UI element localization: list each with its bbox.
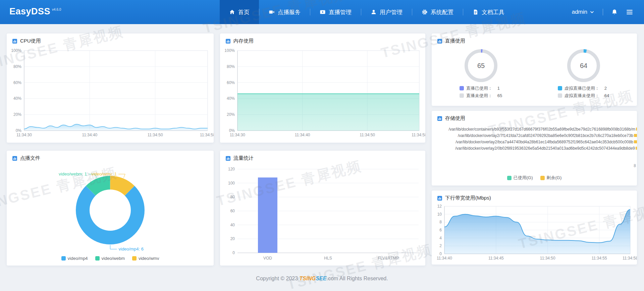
svg-text:60%: 60% [227,80,235,85]
legend-row: 直播已使用：1 [460,85,502,91]
svg-text:video/mp4: 6: video/mp4: 6 [119,246,144,251]
svg-text:11:34:40: 11:34:40 [437,256,452,261]
card-header: 存储使用 [432,111,637,123]
svg-text:40%: 40% [227,96,235,101]
nav-item-label: 用户管理 [380,8,402,16]
legend-label: video/wmv [139,256,159,261]
legend-item-free[interactable]: 剩余(G) [540,175,562,181]
svg-text:40%: 40% [13,96,21,101]
svg-text:VOD: VOD [263,256,272,261]
brand-version: v4.6.0 [52,8,61,11]
user-icon [371,9,377,15]
nav-item-label: 系统配置 [431,8,453,16]
svg-text:8: 8 [439,220,442,224]
svg-text:100: 100 [228,181,235,186]
storage-usage-card: 存储使用 /var/lib/docker/containers/b93f553f… [432,111,637,186]
legend-value: 1 [497,85,500,91]
legend-label: video/mp4 [68,256,88,261]
svg-text:0: 0 [232,250,235,255]
svg-text:60%: 60% [13,80,21,85]
nav-item-label: 直播管理 [329,8,352,16]
nav-item-doc-tools[interactable]: 文档工具 [463,0,514,24]
storage-bar-clipped [634,140,637,143]
svg-text:6: 6 [439,228,442,232]
cpu-usage-chart: 0%20%40%60%80%100%11:34:3011:34:4011:34:… [7,46,214,143]
storage-path: /var/lib/docker/overlay2/bca7a44740bd4a2… [455,140,633,144]
legend-label: 直播未使用： [466,92,492,99]
vod-files-donut-chart: video/mp4: 6video/webm: 1video/wmv: 1 [7,163,214,256]
chart-icon [12,156,17,161]
legend-color [507,176,512,180]
card-header: 内存使用 [220,33,425,46]
svg-text:20%: 20% [13,112,21,117]
legend-color [132,256,137,261]
legend-color [558,93,562,98]
card-title: CPU使用 [20,38,41,44]
nav-item-label: 点播服务 [278,8,301,16]
legend-value: 64 [604,92,609,99]
storage-path-list: /var/lib/docker/containers/b93f553f27d16… [432,123,637,175]
copyright-text: Copyright © 2023 [256,276,299,281]
legend-label: 已使用(G) [514,175,533,181]
document-icon [473,9,479,15]
video-camera-icon [269,9,275,15]
svg-text:11:34:45: 11:34:45 [488,256,504,261]
chevron-down-icon [589,9,595,15]
legend-row: 虚拟直播已使用：2 [558,85,609,91]
copyright-text: .com All Rights Reserved. [326,276,388,281]
nav-item-vod-service[interactable]: 点播服务 [259,0,310,24]
menu-icon[interactable] [626,8,633,16]
nav-item-label: 首页 [238,8,250,16]
svg-text:4: 4 [439,236,442,240]
chart-legend: 已使用(G) 剩余(G) [432,175,637,186]
legend-value: 2 [604,85,607,91]
legend-item-webm[interactable]: video/webm [95,256,125,261]
user-menu[interactable]: admin [572,9,595,15]
nav-item-system-config[interactable]: 系统配置 [412,0,463,24]
legend-row: 直播未使用：65 [460,92,502,99]
clipped-axis-label: 8 [634,163,636,168]
virtual-live-gauge: 64 虚拟直播已使用：2 虚拟直播未使用：64 [558,47,609,99]
legend-item-used[interactable]: 已使用(G) [507,175,533,181]
svg-text:11:34:50: 11:34:50 [540,256,555,261]
gauge-legend: 虚拟直播已使用：2 虚拟直播未使用：64 [558,85,609,99]
storage-path: /var/lib/docker/overlay2/0b02f8919536326… [455,146,635,151]
svg-text:40: 40 [230,223,235,227]
brand-logo[interactable]: EasyDSS v4.6.0 [0,0,220,24]
svg-text:20: 20 [230,236,235,241]
nav-item-live-management[interactable]: 直播管理 [310,0,361,24]
live-gauge-ring: 65 [463,47,499,84]
divider [603,9,603,15]
storage-bar-clipped [634,134,637,137]
svg-text:11:34:30: 11:34:30 [16,133,32,137]
nav-item-label: 文档工具 [482,8,504,16]
legend-label: 虚拟直播已使用： [565,85,599,91]
svg-text:12: 12 [437,204,442,209]
card-title: 内存使用 [233,38,254,44]
svg-text:0%: 0% [229,128,235,133]
card-title: 存储使用 [445,115,465,122]
legend-color [540,176,545,180]
svg-text:60: 60 [230,209,235,213]
svg-text:video/webm: 1: video/webm: 1 [59,171,87,176]
nav-item-home[interactable]: 首页 [220,0,259,24]
traffic-stats-card: 流量统计 020406080100120VODHLSFLV&RTMP [220,151,425,266]
svg-text:video/wmv: 1: video/wmv: 1 [91,171,117,176]
legend-item-wmv[interactable]: video/wmv [132,256,159,261]
svg-text:11:34:50: 11:34:50 [360,133,375,137]
card-header: 点播文件 [7,151,214,163]
svg-text:11:34:58: 11:34:58 [200,133,214,137]
home-icon [229,9,235,15]
nav-item-user-management[interactable]: 用户管理 [361,0,412,24]
legend-row: 虚拟直播未使用：64 [558,92,609,99]
legend-color [558,86,562,90]
legend-item-mp4[interactable]: video/mp4 [61,256,88,261]
storage-path: /var/lib/docker/containers/b93f553f27d16… [449,127,635,132]
svg-text:11:34:30: 11:34:30 [230,133,245,137]
traffic-bar-chart: 020406080100120VODHLSFLV&RTMP [220,163,425,266]
legend-color [61,256,66,261]
notification-bell-icon[interactable] [611,9,618,15]
svg-text:11:34:58: 11:34:58 [412,133,425,137]
svg-text:0: 0 [439,251,442,256]
card-header: 流量统计 [220,151,425,163]
